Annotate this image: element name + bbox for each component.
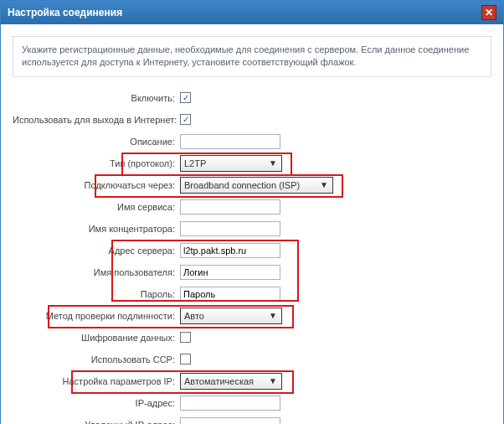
row-encryption: Шифрование данных:	[13, 328, 491, 347]
label-enable: Включить:	[13, 93, 180, 103]
select-protocol-value: L2TP	[184, 158, 206, 168]
checkbox-encryption[interactable]	[180, 332, 191, 343]
chevron-down-icon: ▼	[317, 180, 331, 189]
row-ipconfig: Настройка параметров IP: Автоматическая …	[13, 372, 491, 390]
close-icon[interactable]: ✕	[481, 5, 496, 20]
label-ccp: Использовать CCP:	[13, 354, 180, 365]
select-auth[interactable]: Авто ▼	[180, 308, 282, 324]
row-enable: Включить: ✓	[13, 89, 491, 107]
row-service: Имя сервиса:	[13, 198, 491, 216]
label-username: Имя пользователя:	[13, 267, 180, 277]
chevron-down-icon: ▼	[266, 376, 280, 385]
checkbox-internet[interactable]: ✓	[180, 114, 191, 125]
label-auth: Метод проверки подлинности:	[13, 311, 180, 321]
label-protocol: Тип (протокол):	[13, 158, 180, 168]
label-description: Описание:	[13, 137, 180, 147]
input-server-addr[interactable]	[180, 243, 280, 258]
select-ipconfig-value: Автоматическая	[184, 376, 254, 386]
row-server-addr: Адрес сервера:	[13, 241, 491, 260]
titlebar: Настройка соединения ✕	[1, 1, 503, 24]
row-concentrator: Имя концентратора:	[13, 220, 491, 238]
row-protocol: Тип (протокол): L2TP ▼	[13, 154, 491, 173]
row-ipaddr: IP-адрес:	[13, 394, 491, 412]
chevron-down-icon: ▼	[266, 158, 280, 168]
input-remoteip[interactable]	[180, 417, 280, 424]
select-ipconfig[interactable]: Автоматическая ▼	[180, 373, 282, 390]
label-service: Имя сервиса:	[13, 202, 180, 212]
label-ipconfig: Настройка параметров IP:	[13, 376, 180, 386]
label-internet: Использовать для выхода в Интернет:	[13, 115, 180, 125]
input-concentrator[interactable]	[180, 221, 280, 236]
checkbox-enable[interactable]: ✓	[180, 92, 191, 103]
dialog-title: Настройка соединения	[8, 7, 122, 18]
select-connect-via[interactable]: Broadband connection (ISP) ▼	[180, 177, 333, 194]
row-ccp: Использовать CCP:	[13, 350, 491, 369]
input-password[interactable]	[180, 287, 280, 302]
input-service[interactable]	[180, 199, 280, 215]
label-remoteip: Удаленный IP-адрес:	[13, 420, 180, 424]
label-server-addr: Адрес сервера:	[13, 246, 180, 256]
instruction-text: Укажите регистрационные данные, необходи…	[13, 36, 491, 77]
row-internet: Использовать для выхода в Интернет: ✓	[13, 111, 491, 129]
row-description: Описание:	[13, 132, 491, 151]
label-encryption: Шифрование данных:	[13, 333, 180, 343]
input-username[interactable]	[180, 265, 280, 280]
input-ipaddr[interactable]	[180, 396, 280, 411]
row-remoteip: Удаленный IP-адрес:	[13, 416, 491, 424]
label-ipaddr: IP-адрес:	[13, 398, 180, 408]
row-auth: Метод проверки подлинности: Авто ▼	[13, 307, 491, 325]
label-concentrator: Имя концентратора:	[13, 224, 180, 234]
input-description[interactable]	[180, 134, 280, 149]
connection-dialog: Настройка соединения ✕ Укажите регистрац…	[0, 0, 504, 424]
dialog-body: Укажите регистрационные данные, необходи…	[1, 24, 503, 424]
row-password: Пароль:	[13, 285, 491, 303]
select-auth-value: Авто	[184, 311, 204, 321]
select-protocol[interactable]: L2TP ▼	[180, 155, 282, 172]
chevron-down-icon: ▼	[266, 311, 280, 320]
row-connect-via: Подключаться через: Broadband connection…	[13, 176, 491, 194]
label-connect-via: Подключаться через:	[13, 180, 180, 190]
label-password: Пароль:	[13, 289, 180, 299]
row-username: Имя пользователя:	[13, 263, 491, 282]
select-connect-via-value: Broadband connection (ISP)	[184, 180, 300, 190]
checkbox-ccp[interactable]	[180, 354, 191, 365]
